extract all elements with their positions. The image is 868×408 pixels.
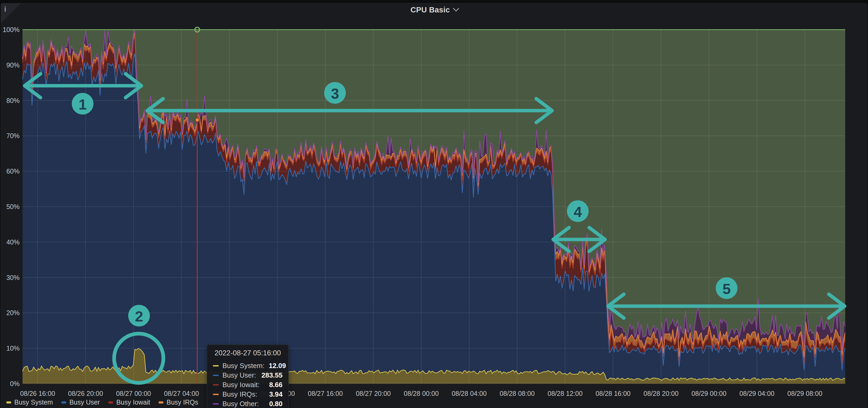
x-tick-label: 08/28 20:00 — [644, 389, 678, 398]
info-icon[interactable]: i — [4, 5, 6, 13]
x-tick-label: 08/28 00:00 — [404, 389, 439, 398]
tooltip-row: Busy Iowait:8.66 — [213, 380, 282, 389]
chevron-down-icon[interactable] — [453, 5, 459, 11]
legend-item-busy-irqs[interactable]: Busy IRQs — [159, 399, 198, 406]
y-tick-label: 50% — [1, 203, 20, 211]
x-tick-label: 08/28 16:00 — [595, 389, 630, 398]
x-tick-label: 08/27 20:00 — [356, 389, 391, 398]
series-color-dash — [213, 403, 219, 405]
y-tick-label: 80% — [1, 97, 20, 104]
y-tick-label: 40% — [1, 238, 20, 246]
x-tick-label: 08/27 04:00 — [164, 389, 199, 398]
legend-swatch — [108, 401, 113, 404]
legend-label: Busy Iowait — [116, 399, 150, 406]
x-tick-label: 08/27 00:00 — [116, 389, 151, 398]
x-tick-label: 08/29 08:00 — [787, 389, 823, 398]
tooltip-row: Busy IRQs:3.94 — [213, 389, 282, 399]
legend-label: Busy IRQs — [166, 399, 198, 406]
y-tick-label: 70% — [1, 132, 20, 140]
y-tick-label: 20% — [1, 309, 20, 317]
legend-label: Busy System — [14, 399, 53, 406]
legend-label: Busy User — [69, 399, 100, 406]
series-color-dash — [213, 375, 219, 376]
x-tick-label: 08/28 08:00 — [500, 389, 535, 398]
x-tick-label: 08/26 20:00 — [68, 389, 103, 398]
y-tick-label: 60% — [1, 168, 20, 175]
tooltip-row: Busy User:283.55 — [213, 370, 282, 380]
y-tick-label: 30% — [1, 274, 20, 281]
series-color-dash — [213, 394, 219, 395]
y-tick-label: 0% — [1, 380, 20, 387]
x-tick-label: 08/28 04:00 — [452, 389, 487, 398]
tooltip-series-value: 8.66 — [269, 381, 282, 389]
y-tick-label: 10% — [1, 344, 20, 352]
hover-tooltip: 2022-08-27 05:16:00 Busy System:12.09Bus… — [207, 344, 289, 408]
annotation-number: 5 — [722, 280, 731, 297]
annotation-number: 4 — [574, 203, 582, 220]
y-tick-label: 90% — [1, 61, 20, 69]
annotation-number: 1 — [79, 96, 87, 113]
tooltip-series-label: Busy IRQs: — [222, 390, 265, 399]
tooltip-series-value: 3.94 — [269, 390, 282, 399]
tooltip-series-value: 0.80 — [269, 400, 282, 408]
tooltip-series-label: Busy System: — [222, 362, 265, 370]
x-tick-label: 08/28 12:00 — [548, 389, 583, 398]
tooltip-timestamp: 2022-08-27 05:16:00 — [213, 349, 282, 357]
tooltip-series-label: Busy Iowait: — [222, 381, 265, 389]
legend-item-busy-iowait[interactable]: Busy Iowait — [108, 399, 150, 406]
legend-swatch — [6, 401, 11, 404]
cursor-point-crest — [195, 118, 199, 122]
tooltip-series-value: 283.55 — [261, 371, 282, 379]
legend-swatch — [159, 401, 163, 404]
panel-header: CPU Basic — [0, 3, 868, 16]
legend-item-busy-system[interactable]: Busy System — [6, 399, 53, 406]
cpu-usage-chart[interactable]: 12345 — [0, 0, 868, 408]
x-tick-label: 08/29 00:00 — [691, 389, 726, 398]
annotation-number: 3 — [331, 85, 339, 102]
x-tick-label: 08/29 04:00 — [739, 389, 774, 398]
series-color-dash — [213, 384, 219, 385]
tooltip-row: Busy System:12.09 — [213, 361, 282, 370]
annotation-number: 2 — [135, 308, 143, 325]
series-color-dash — [213, 365, 219, 367]
panel-title[interactable]: CPU Basic — [410, 6, 450, 14]
grafana-cpu-panel-screenshot: { "panel": { "title": "CPU Basic", "info… — [0, 0, 868, 408]
legend-item-busy-user[interactable]: Busy User — [61, 399, 100, 406]
tooltip-series-label: Busy Other: — [222, 400, 265, 408]
x-tick-label: 08/27 16:00 — [308, 389, 343, 398]
tooltip-series-value: 12.09 — [269, 362, 286, 370]
tooltip-row: Busy Other:0.80 — [213, 399, 282, 408]
y-tick-label: 100% — [1, 26, 20, 34]
legend: Busy SystemBusy UserBusy IowaitBusy IRQs — [6, 399, 198, 406]
legend-swatch — [61, 401, 66, 404]
x-tick-label: 08/26 16:00 — [20, 389, 55, 398]
tooltip-series-label: Busy User: — [222, 371, 257, 379]
